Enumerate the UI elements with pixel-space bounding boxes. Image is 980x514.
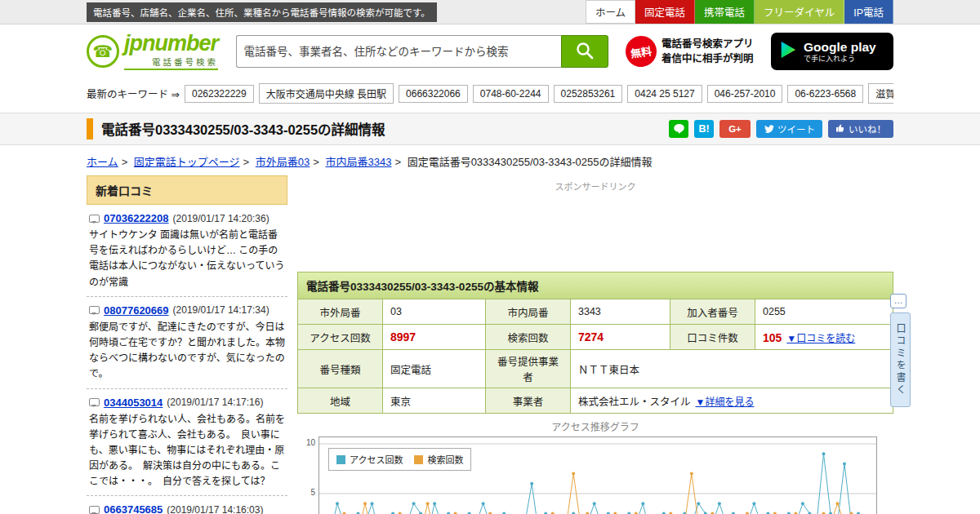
google-plus-button[interactable]: G+ [719, 120, 751, 138]
see-details-link[interactable]: ▼詳細を見る [696, 397, 755, 408]
label-region: 地域 [298, 388, 383, 414]
keyword-chip[interactable]: 大阪市交通局中央線 長田駅 [259, 83, 394, 104]
keyword-chip[interactable]: 06-6223-6568 [787, 85, 863, 103]
google-play-sublabel: で手に入れよう [804, 55, 876, 63]
label-number-type: 番号種類 [298, 350, 383, 388]
site-header: ☎ jpnumber 電話番号検索 無料 電話番号検索アプリ 着 [0, 24, 980, 78]
social-share-buttons: B! G+ ツイート いいね！ [669, 120, 893, 138]
breadcrumb-area-code[interactable]: 市外局番03 [256, 156, 310, 168]
review-text: 名前を挙げられない人、会社もある。名前を挙げられて喜ぶ人、会社もある。 良い事に… [89, 412, 285, 490]
review-phone-link[interactable]: 08077620669 [104, 304, 169, 317]
latest-keywords-bar: 最新のキーワード ⇒ 0262322229 大阪市交通局中央線 長田駅 0666… [0, 78, 980, 109]
keyword-chip[interactable]: 滋賀県甲賀市甲南町耕心３丁 [868, 83, 893, 104]
label-business: 事業者 [486, 388, 571, 414]
content-area: 新着口コミ 07036222208 (2019/01/17 14:20:36) … [87, 175, 893, 514]
google-play-triangle-icon [779, 40, 797, 63]
line-share-button[interactable] [669, 120, 688, 138]
logo-name: jpnumber [124, 33, 218, 55]
label-subscriber-number: 加入者番号 [670, 299, 755, 325]
sidebar-title: 新着口コミ [87, 175, 287, 205]
google-play-label: Google play [804, 40, 876, 55]
legend-swatch-search [414, 455, 423, 464]
table-row: アクセス回数 8997 検索回数 7274 口コミ件数 105▼口コミを読む [298, 325, 893, 350]
nav-item-mobile-phone[interactable]: 携帯電話 [695, 0, 755, 24]
value-review-count: 105▼口コミを読む [755, 325, 893, 350]
breadcrumb-city-code[interactable]: 市内局番3343 [326, 156, 392, 168]
review-phone-link[interactable]: 07036222208 [104, 212, 169, 224]
value-business: 株式会社エル・スタイル▼詳細を見る [571, 388, 893, 414]
breadcrumb-home[interactable]: ホーム [87, 156, 118, 168]
page-title-bar: 電話番号0333430255/03-3343-0255の詳細情報 B! G+ ツ… [0, 113, 980, 145]
chart-legend: アクセス回数 検索回数 [328, 448, 471, 471]
search-input[interactable] [236, 35, 561, 68]
value-search-count: 7274 [571, 325, 670, 350]
search-button[interactable] [561, 35, 608, 68]
tweet-button-label: ツイート [777, 122, 815, 135]
review-phone-link[interactable]: 0344053014 [104, 397, 163, 409]
value-number-provider: ＮＴＴ東日本 [571, 350, 893, 388]
phone-logo-icon: ☎ [87, 35, 119, 68]
breadcrumb-separator: > [313, 156, 319, 168]
ad-placeholder [297, 197, 893, 272]
thumbs-up-icon [835, 123, 845, 135]
like-button-label: いいね！ [849, 122, 886, 135]
top-bar: 電話番号、店舗名、企業名、住所、業種名から電話番号情報の検索が可能です。 ホーム… [0, 0, 980, 24]
legend-label-search: 検索回数 [427, 453, 463, 466]
review-phone-link[interactable]: 0663745685 [104, 503, 163, 514]
table-row: 地域 東京 事業者 株式会社エル・スタイル▼詳細を見る [298, 388, 893, 414]
chart-caption: アクセス推移グラフ [297, 414, 893, 436]
line-bubble-icon [673, 122, 685, 136]
review-item: 0663745685 (2019/01/17 14:16:03) [87, 496, 287, 514]
table-row: 番号種類 固定電話 番号提供事業者 ＮＴＴ東日本 [298, 350, 893, 388]
google-play-badge[interactable]: Google play で手に入れよう [771, 33, 893, 70]
y-axis-tick: 5 [297, 488, 315, 497]
keyword-chip[interactable]: 0262322229 [185, 85, 254, 103]
twitter-bird-icon [764, 123, 774, 135]
keyword-chip[interactable]: 0748-60-2244 [473, 85, 549, 103]
keyword-chip[interactable]: 046-257-2010 [707, 85, 783, 103]
value-city-code: 3343 [571, 299, 670, 325]
site-tagline: 電話番号、店舗名、企業名、住所、業種名から電話番号情報の検索が可能です。 [87, 2, 437, 22]
basic-info-table-title: 電話番号0333430255/03-3343-0255の基本情報 [297, 272, 893, 299]
breadcrumb-fixed-phone-top[interactable]: 固定電話トップページ [134, 156, 240, 168]
review-item: 0344053014 (2019/01/17 14:17:16) 名前を挙げられ… [87, 389, 287, 497]
keyword-chip[interactable]: 0666322066 [399, 85, 468, 103]
legend-swatch-access [336, 455, 345, 464]
floating-review-widget: … 口コミを書く [890, 294, 908, 407]
label-search-count: 検索回数 [486, 325, 571, 350]
write-review-tab[interactable]: 口コミを書く [890, 312, 911, 407]
access-chart: アクセス回数 検索回数 [318, 436, 877, 514]
comment-bubble-icon [89, 215, 100, 223]
value-number-type: 固定電話 [383, 350, 486, 388]
keyword-chip[interactable]: 0424 25 5127 [627, 85, 702, 103]
title-accent-bar [87, 118, 93, 140]
read-reviews-link[interactable]: ▼口コミを読む [786, 333, 855, 344]
hatena-bookmark-button[interactable]: B! [694, 120, 714, 138]
logo-subtitle: 電話番号検索 [124, 55, 218, 68]
review-date: (2019/01/17 14:17:16) [167, 397, 263, 408]
nav-item-fixed-phone[interactable]: 固定電話 [635, 0, 695, 24]
nav-item-home[interactable]: ホーム [586, 0, 635, 24]
site-logo[interactable]: ☎ jpnumber 電話番号検索 [87, 33, 218, 70]
label-number-provider: 番号提供事業者 [486, 350, 571, 388]
app-promo-link[interactable]: 無料 電話番号検索アプリ 着信中に相手が判明 [626, 36, 754, 67]
main-panel: スポンサードリンク 電話番号0333430255/03-3343-0255の基本… [297, 175, 893, 514]
widget-more-button[interactable]: … [890, 294, 906, 308]
sidebar-new-reviews: 新着口コミ 07036222208 (2019/01/17 14:20:36) … [87, 175, 287, 514]
breadcrumb: ホーム> 固定電話トップページ> 市外局番03> 市内局番3343> 固定電話番… [87, 145, 893, 175]
comment-bubble-icon [89, 306, 100, 314]
tweet-button[interactable]: ツイート [756, 120, 822, 138]
value-area-code: 03 [383, 299, 486, 325]
breadcrumb-separator: > [122, 156, 128, 168]
value-region: 東京 [383, 388, 486, 414]
review-date: (2019/01/17 14:17:34) [173, 304, 270, 316]
nav-item-ip-phone[interactable]: IP電話 [844, 0, 893, 24]
legend-label-access: アクセス回数 [350, 453, 403, 466]
facebook-like-button[interactable]: いいね！ [828, 120, 893, 138]
table-row: 市外局番 03 市内局番 3343 加入者番号 0255 [298, 299, 893, 325]
breadcrumb-separator: > [394, 156, 401, 168]
review-item: 08077620669 (2019/01/17 14:17:34) 郵便局ですが… [87, 297, 287, 389]
free-badge: 無料 [624, 34, 659, 69]
nav-item-toll-free[interactable]: フリーダイヤル [755, 0, 844, 24]
keyword-chip[interactable]: 0252853261 [554, 85, 623, 103]
